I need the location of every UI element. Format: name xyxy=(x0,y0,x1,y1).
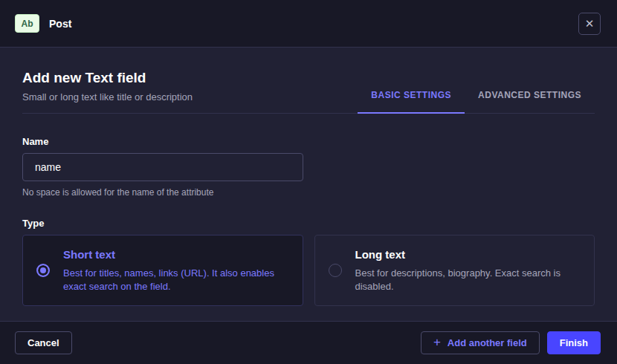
long-text-description: Best for descriptions, biography. Exact … xyxy=(355,267,583,293)
title-block: Add new Text field Small or long text li… xyxy=(22,70,358,113)
tab-advanced-settings[interactable]: ADVANCED SETTINGS xyxy=(465,85,595,114)
type-label: Type xyxy=(22,218,595,229)
cancel-button[interactable]: Cancel xyxy=(15,331,72,354)
title-tabs-row: Add new Text field Small or long text li… xyxy=(22,70,595,114)
name-field-label: Name xyxy=(22,136,595,147)
short-text-description: Best for titles, names, links (URL). It … xyxy=(63,267,291,293)
modal-header: Ab Post ✕ xyxy=(0,0,617,48)
short-text-texts: Short text Best for titles, names, links… xyxy=(63,248,291,293)
long-text-texts: Long text Best for descriptions, biograp… xyxy=(355,248,583,293)
add-another-field-label: Add another field xyxy=(448,337,527,348)
type-section: Type Short text Best for titles, names, … xyxy=(22,218,595,306)
close-button[interactable]: ✕ xyxy=(578,13,601,35)
plus-icon: + xyxy=(433,336,441,348)
radio-selected-icon[interactable] xyxy=(36,264,50,277)
content-type-title: Post xyxy=(49,18,71,30)
finish-button[interactable]: Finish xyxy=(547,331,601,354)
add-another-field-button[interactable]: + Add another field xyxy=(421,331,540,354)
tab-basic-settings[interactable]: BASIC SETTINGS xyxy=(358,85,465,114)
add-field-modal: Ab Post ✕ Add new Text field Small or lo… xyxy=(0,0,617,364)
name-input[interactable] xyxy=(22,153,303,181)
close-icon: ✕ xyxy=(585,18,595,29)
dialog-title: Add new Text field xyxy=(22,70,358,86)
text-field-type-icon: Ab xyxy=(15,14,39,33)
modal-body: Add new Text field Small or long text li… xyxy=(0,48,617,321)
modal-footer: Cancel + Add another field Finish xyxy=(0,321,617,364)
type-option-short-text[interactable]: Short text Best for titles, names, links… xyxy=(22,235,303,306)
short-text-title: Short text xyxy=(63,248,291,261)
dialog-subtitle: Small or long text like title or descrip… xyxy=(22,91,358,103)
name-field-section: Name No space is allowed for the name of… xyxy=(22,136,595,198)
type-option-long-text[interactable]: Long text Best for descriptions, biograp… xyxy=(314,235,595,306)
radio-unselected-icon[interactable] xyxy=(329,264,342,277)
long-text-title: Long text xyxy=(355,248,583,261)
type-options: Short text Best for titles, names, links… xyxy=(22,235,595,306)
name-field-hint: No space is allowed for the name of the … xyxy=(22,187,595,198)
settings-tabs: BASIC SETTINGS ADVANCED SETTINGS xyxy=(358,70,595,113)
